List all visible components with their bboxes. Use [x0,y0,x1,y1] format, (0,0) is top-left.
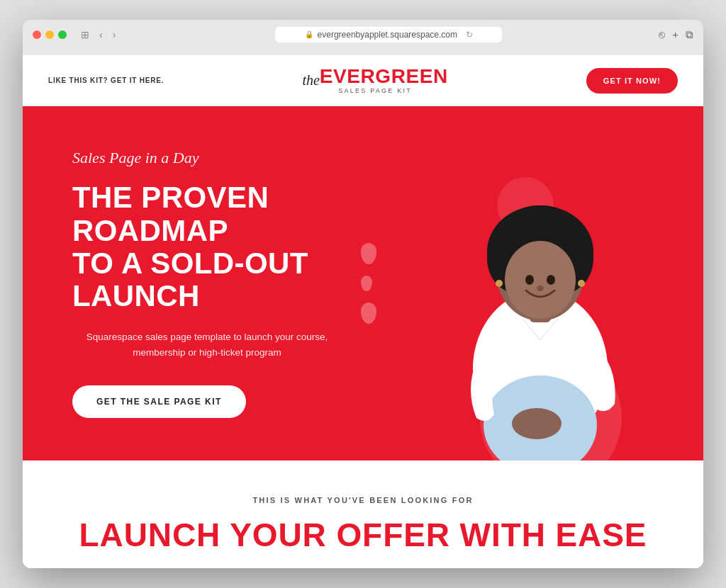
svg-point-10 [547,275,555,285]
hero-subtitle: Sales Page in a Day [72,149,354,167]
browser-right-controls: ⎋ + ⧉ [659,28,693,41]
below-hero-label: THIS IS WHAT YOU'VE BEEN LOOKING FOR [51,496,675,504]
hero-content: Sales Page in a Day THE PROVEN ROADMAP T… [23,106,397,460]
browser-chrome: ⊞ ‹ › 🔒 evergreenbyapplet.squarespace.co… [23,20,703,55]
grid-view-button[interactable]: ⊞ [78,28,92,42]
logo-the: the [302,72,319,87]
logo-tagline: SALES PAGE KIT [302,88,447,94]
minimize-button[interactable] [45,30,54,39]
logo-lockup: theEVERGREEN [302,67,447,87]
hero-section: Sales Page in a Day THE PROVEN ROADMAP T… [23,106,703,460]
browser-top-bar: ⊞ ‹ › 🔒 evergreenbyapplet.squarespace.co… [33,27,693,43]
back-button[interactable]: ‹ [96,28,106,42]
close-button[interactable] [33,30,41,39]
site-logo: theEVERGREEN SALES PAGE KIT [302,67,447,95]
hero-cta-button[interactable]: GET THE SALE PAGE KIT [72,385,246,418]
refresh-icon[interactable]: ↻ [466,30,473,40]
hero-image-area [376,106,703,460]
logo-evergreen: EVERGREEN [320,65,448,87]
hero-title-line1: THE PROVEN ROADMAP [72,181,269,247]
hero-description: Squarespace sales page template to launc… [72,329,342,360]
below-hero-section: THIS IS WHAT YOU'VE BEEN LOOKING FOR LAU… [23,460,703,568]
browser-window: ⊞ ‹ › 🔒 evergreenbyapplet.squarespace.co… [23,20,703,569]
svg-point-12 [512,408,562,439]
site-header: LIKE THIS KIT? GET IT HERE. theEVERGREEN… [23,55,703,107]
traffic-lights [33,30,67,39]
browser-controls: ⊞ ‹ › [78,28,118,42]
svg-point-13 [578,280,585,287]
person-illustration [427,142,654,460]
page-content: LIKE THIS KIT? GET IT HERE. theEVERGREEN… [23,55,703,569]
forward-button[interactable]: › [110,28,119,42]
hero-title: THE PROVEN ROADMAP TO A SOLD-OUT LAUNCH [72,181,354,312]
svg-point-14 [496,280,503,287]
new-tab-button[interactable]: + [672,28,678,40]
address-bar-container: 🔒 evergreenbyapplet.squarespace.com ↻ [125,27,652,43]
duplicate-button[interactable]: ⧉ [686,28,693,41]
maximize-button[interactable] [58,30,67,39]
below-hero-title: LAUNCH YOUR OFFER WITH EASE [51,516,675,554]
svg-point-11 [537,285,544,291]
hero-title-line2: TO A SOLD-OUT LAUNCH [72,247,308,312]
lock-icon: 🔒 [305,30,313,38]
header-left-text: LIKE THIS KIT? GET IT HERE. [48,77,164,84]
address-bar[interactable]: 🔒 evergreenbyapplet.squarespace.com ↻ [275,27,502,43]
svg-point-9 [525,275,534,285]
url-text: evergreenbyapplet.squarespace.com [318,30,457,40]
share-button[interactable]: ⎋ [659,28,665,40]
svg-point-8 [505,241,576,319]
browser-tab-bar [33,48,693,55]
header-cta-button[interactable]: GET IT NOW! [586,68,678,94]
